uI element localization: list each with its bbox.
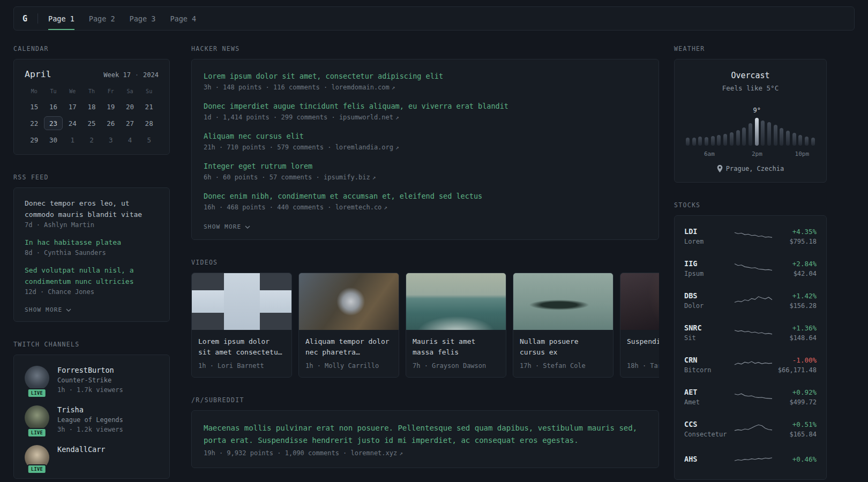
tab-page-1[interactable]: Page 1 [48,7,74,30]
live-badge: LIVE [27,428,47,438]
channel-name[interactable]: Trisha [57,405,123,414]
nav-tabs: Page 1Page 2Page 3Page 4 [48,7,196,30]
stock-change: +4.35% [773,228,817,236]
subreddit-post-title[interactable]: Maecenas mollis pulvinar erat non posuer… [204,422,647,447]
subreddit-post-meta: 19h · 9,932 points · 1,090 comments · lo… [204,449,647,457]
channel-info: KendallCarr [57,445,105,470]
video-thumbnail [406,273,506,330]
weather-card: Overcast Feels like 5°C 9° 6am2pm10pm Pr… [674,59,827,183]
calendar-day: 18 [82,100,101,114]
tab-page-3[interactable]: Page 3 [130,7,156,30]
stock-row[interactable]: DBSDolor+1.42%$156.28 [684,284,817,317]
stock-symbol: SNRC [684,323,734,332]
calendar-day: 28 [139,116,159,130]
source-link[interactable]: loremlandia.org [335,144,393,151]
stock-row[interactable]: CCSConsectetur+0.51%$165.84 [684,413,817,445]
channel-category[interactable]: Counter-Strike [57,376,123,384]
channel-avatar[interactable] [25,405,49,430]
twitch-avatar-wrap: LIVE [25,405,49,433]
video-title[interactable]: Lorem ipsum dolor sit amet consectetu… [198,336,285,358]
calendar-day: 20 [121,100,140,114]
video-meta: 18h · Tara [627,362,659,370]
stock-row[interactable]: LDILorem+4.35%$795.18 [684,220,817,252]
weather-time-label: 6am [704,150,715,157]
video-card-body: Lorem ipsum dolor sit amet consectetu…1h… [192,330,291,377]
stock-sparkline [734,421,773,437]
video-card[interactable]: Mauris sit amet massa felis7h · Grayson … [406,273,506,378]
calendar-grid: 1516171819202122232425262728293012345 [25,100,159,147]
video-title[interactable]: Nullam posuere cursus ex [520,336,607,358]
weather-bar [792,133,796,146]
tab-page-4[interactable]: Page 4 [170,7,196,30]
chevron-down-icon [245,225,250,229]
weather-current-temp: 9° [753,107,761,114]
calendar-day: 22 [25,116,44,130]
video-thumbnail [620,273,659,330]
stock-price: $499.72 [773,398,817,406]
source-link[interactable]: ipsumworld.net [339,114,393,121]
twitch-channel: LIVEKendallCarr [25,445,159,470]
stock-row[interactable]: AETAmet+0.92%$499.72 [684,381,817,413]
channel-name[interactable]: ForrestBurton [57,366,123,374]
weather-bar [761,120,765,146]
video-card[interactable]: Suspendisse diam18h · Tara [620,273,659,378]
hacker-news-show-more-button[interactable]: SHOW MORE [204,223,250,230]
source-link[interactable]: loremtech.co [335,204,382,211]
stock-right: +0.92%$499.72 [773,388,817,406]
weather-condition: Overcast [684,71,817,80]
video-thumbnail [192,273,291,330]
video-thumbnail [299,273,399,330]
app-logo[interactable]: G [23,7,27,30]
twitch-card: LIVEForrestBurtonCounter-Strike1h · 1.7k… [13,355,170,479]
rss-item-meta: 8d · Cynthia Saunders [25,249,159,257]
channel-avatar[interactable] [25,366,49,390]
stock-row[interactable]: AHS+0.46% [684,445,817,475]
external-link-icon: ↗ [392,84,395,91]
video-card-body: Mauris sit amet massa felis7h · Grayson … [406,330,506,377]
stock-right: +4.35%$795.18 [773,228,817,245]
weather-bars [686,115,815,146]
hacker-news-item-title[interactable]: Lorem ipsum dolor sit amet, consectetur … [204,71,647,82]
source-link[interactable]: ipsumify.biz [324,174,370,181]
stock-price: $42.04 [773,270,817,277]
hacker-news-item-title[interactable]: Donec enim nibh, condimentum et accumsan… [204,191,647,202]
rss-item-title[interactable]: In hac habitasse platea [25,237,159,248]
rss-item-title[interactable]: Donec tempor eros leo, ut commodo mauris… [25,198,159,220]
weekday-label: Fr [101,88,121,94]
hacker-news-item: Aliquam nec cursus elit21h · 710 points … [204,131,647,151]
video-title[interactable]: Suspendisse diam [627,336,659,358]
source-link[interactable]: loremnet.xyz [351,449,398,457]
weather-bar [717,135,721,146]
source-link[interactable]: loremdomain.com [331,84,389,91]
external-link-icon: ↗ [399,450,403,457]
video-title[interactable]: Aliquam tempor dolor nec pharetra… [305,336,392,358]
hacker-news-item-title[interactable]: Aliquam nec cursus elit [204,131,647,142]
stock-left: SNRCSit [684,323,734,342]
calendar-day: 3 [101,133,121,147]
twitch-channel-list: LIVEForrestBurtonCounter-Strike1h · 1.7k… [25,366,159,470]
weather-bar [742,127,746,146]
video-card[interactable]: Nullam posuere cursus ex17h · Stefan Col… [513,273,613,378]
rss-item-title[interactable]: Sed volutpat nulla nisl, a condimentum n… [25,265,159,287]
weekday-label: Th [82,88,101,94]
weather-time-label: 2pm [752,150,762,157]
stock-row[interactable]: SNRCSit+1.36%$148.64 [684,317,817,349]
stock-right: +0.51%$165.84 [773,420,817,438]
stock-price: $795.18 [773,238,817,245]
channel-category[interactable]: League of Legends [57,416,123,424]
hacker-news-item-title[interactable]: Integer eget rutrum lorem [204,161,647,172]
hacker-news-card: Lorem ipsum dolor sit amet, consectetur … [191,59,659,240]
video-title[interactable]: Mauris sit amet massa felis [413,336,499,358]
hacker-news-item-title[interactable]: Donec imperdiet augue tincidunt felis al… [204,101,647,112]
video-card[interactable]: Lorem ipsum dolor sit amet consectetu…1h… [191,273,292,378]
stock-row[interactable]: CRNBitcorn-1.00%$66,171.48 [684,349,817,381]
video-card[interactable]: Aliquam tempor dolor nec pharetra…1h · M… [298,273,399,378]
stock-row[interactable]: IIGIpsum+2.84%$42.04 [684,252,817,284]
rss-show-more-button[interactable]: SHOW MORE [25,306,71,313]
calendar-day: 29 [25,133,44,147]
channel-name[interactable]: KendallCarr [57,445,105,454]
stock-name: Ipsum [684,270,734,277]
external-link-icon: ↗ [372,174,376,181]
stock-symbol: AET [684,388,734,396]
tab-page-2[interactable]: Page 2 [89,7,115,30]
